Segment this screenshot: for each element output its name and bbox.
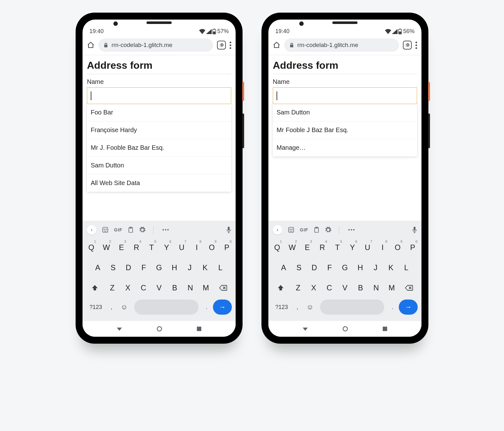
- key-i[interactable]: I8: [190, 239, 203, 256]
- nav-recent-icon[interactable]: [196, 326, 202, 332]
- emoji-key[interactable]: ☺: [118, 300, 130, 315]
- key-j[interactable]: J: [183, 259, 196, 276]
- sticker-icon[interactable]: [102, 227, 108, 233]
- key-t[interactable]: T5: [331, 239, 344, 256]
- overflow-menu-icon[interactable]: [415, 42, 417, 49]
- name-input[interactable]: [273, 87, 417, 104]
- key-v[interactable]: V: [152, 279, 166, 296]
- autofill-option[interactable]: Mr J. Fooble Baz Bar Esq.: [87, 139, 231, 157]
- autofill-option[interactable]: Françoise Hardy: [87, 121, 231, 139]
- key-n[interactable]: N: [184, 279, 197, 296]
- nav-back-icon[interactable]: [116, 326, 123, 332]
- period-key[interactable]: .: [202, 300, 211, 315]
- autofill-option[interactable]: Foo Bar: [87, 104, 231, 121]
- nav-back-icon[interactable]: [302, 326, 308, 332]
- key-h[interactable]: H: [168, 259, 181, 276]
- key-r[interactable]: R4: [130, 239, 143, 256]
- key-l[interactable]: L: [400, 259, 413, 276]
- key-p[interactable]: P0: [406, 239, 419, 256]
- power-button[interactable]: [428, 82, 430, 101]
- key-s[interactable]: S: [292, 259, 306, 276]
- emoji-key[interactable]: ☺: [304, 300, 316, 315]
- key-x[interactable]: X: [121, 279, 135, 296]
- key-d[interactable]: D: [308, 259, 321, 276]
- url-bar[interactable]: rm-codelab-1.glitch.me: [98, 38, 213, 52]
- key-k[interactable]: K: [198, 259, 212, 276]
- more-icon[interactable]: •••: [348, 227, 355, 233]
- key-q[interactable]: Q1: [271, 239, 284, 256]
- key-n[interactable]: N: [369, 279, 383, 296]
- key-a[interactable]: A: [277, 259, 290, 276]
- mic-icon[interactable]: [412, 226, 417, 233]
- period-key[interactable]: .: [388, 300, 397, 315]
- key-m[interactable]: M: [199, 279, 213, 296]
- gif-button[interactable]: GIF: [300, 227, 308, 232]
- key-y[interactable]: Y6: [160, 239, 173, 256]
- comma-key[interactable]: ,: [107, 300, 116, 315]
- key-c[interactable]: C: [137, 279, 150, 296]
- volume-button[interactable]: [428, 114, 430, 148]
- key-y[interactable]: Y6: [346, 239, 359, 256]
- key-f[interactable]: F: [323, 259, 336, 276]
- overflow-menu-icon[interactable]: [230, 42, 231, 49]
- key-i[interactable]: I8: [376, 239, 389, 256]
- key-t[interactable]: T5: [145, 239, 158, 256]
- key-d[interactable]: D: [122, 259, 135, 276]
- symbols-key[interactable]: ?123: [272, 300, 291, 315]
- key-e[interactable]: E3: [115, 239, 128, 256]
- backspace-key[interactable]: [215, 279, 232, 296]
- key-r[interactable]: R4: [316, 239, 329, 256]
- more-icon[interactable]: •••: [162, 227, 169, 233]
- gif-button[interactable]: GIF: [114, 227, 122, 232]
- key-g[interactable]: G: [338, 259, 352, 276]
- key-w[interactable]: W2: [100, 239, 113, 256]
- key-s[interactable]: S: [106, 259, 120, 276]
- tab-count-button[interactable]: :D: [403, 41, 412, 50]
- clipboard-icon[interactable]: [314, 227, 319, 233]
- volume-button[interactable]: [242, 114, 244, 148]
- autofill-option[interactable]: Sam Dutton: [87, 157, 231, 174]
- key-b[interactable]: B: [168, 279, 181, 296]
- url-bar[interactable]: rm-codelab-1.glitch.me: [284, 38, 399, 52]
- chevron-left-icon[interactable]: ‹: [87, 225, 96, 235]
- key-u[interactable]: U7: [361, 239, 374, 256]
- gear-icon[interactable]: [139, 227, 146, 233]
- key-b[interactable]: B: [354, 279, 367, 296]
- key-z[interactable]: Z: [106, 279, 119, 296]
- home-icon[interactable]: [87, 41, 94, 49]
- gear-icon[interactable]: [325, 227, 331, 233]
- key-v[interactable]: V: [338, 279, 352, 296]
- key-z[interactable]: Z: [291, 279, 305, 296]
- shift-key[interactable]: [86, 279, 103, 296]
- autofill-option[interactable]: Manage…: [273, 139, 417, 156]
- key-h[interactable]: H: [354, 259, 367, 276]
- tab-count-button[interactable]: :D: [217, 41, 226, 50]
- power-button[interactable]: [242, 82, 244, 101]
- name-input[interactable]: [87, 87, 231, 104]
- space-key[interactable]: [320, 300, 384, 315]
- backspace-key[interactable]: [401, 279, 418, 296]
- enter-key[interactable]: →: [399, 300, 418, 315]
- nav-recent-icon[interactable]: [382, 326, 388, 332]
- key-c[interactable]: C: [323, 279, 336, 296]
- key-x[interactable]: X: [307, 279, 320, 296]
- key-e[interactable]: E3: [301, 239, 314, 256]
- chevron-left-icon[interactable]: ‹: [273, 225, 282, 235]
- key-q[interactable]: Q1: [85, 239, 98, 256]
- sticker-icon[interactable]: [288, 227, 294, 233]
- autofill-option[interactable]: All Web Site Data: [87, 174, 231, 192]
- space-key[interactable]: [134, 300, 198, 315]
- key-p[interactable]: P0: [220, 239, 233, 256]
- key-o[interactable]: O9: [205, 239, 218, 256]
- clipboard-icon[interactable]: [128, 227, 134, 233]
- symbols-key[interactable]: ?123: [86, 300, 105, 315]
- key-u[interactable]: U7: [175, 239, 188, 256]
- comma-key[interactable]: ,: [293, 300, 302, 315]
- key-k[interactable]: K: [384, 259, 398, 276]
- autofill-option[interactable]: Mr Fooble J Baz Bar Esq.: [273, 121, 417, 139]
- key-w[interactable]: W2: [286, 239, 299, 256]
- nav-home-icon[interactable]: [156, 326, 163, 332]
- key-j[interactable]: J: [369, 259, 382, 276]
- key-m[interactable]: M: [385, 279, 398, 296]
- key-g[interactable]: G: [152, 259, 166, 276]
